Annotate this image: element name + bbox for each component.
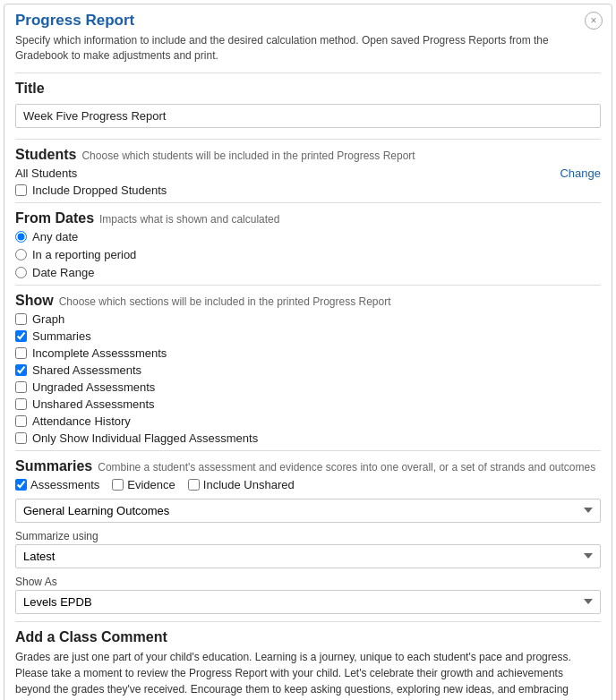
radio-date-range: Date Range (15, 266, 601, 279)
from-dates-header: From Dates (15, 210, 94, 226)
show-section-header: Show (15, 293, 54, 309)
divider-class-comment (15, 621, 601, 622)
summarize-using-label: Summarize using (15, 530, 601, 542)
radio-date-range-input[interactable] (15, 267, 27, 278)
show-as-select[interactable]: Levels EPDB Percentage Score Letter Grad… (15, 590, 601, 614)
show-summaries-checkbox[interactable] (15, 330, 27, 342)
radio-any-date-label[interactable]: Any date (32, 230, 78, 243)
assessments-checkbox[interactable] (15, 479, 27, 491)
radio-any-date: Any date (15, 230, 601, 243)
students-section-header: Students (15, 147, 76, 163)
show-shared-row: Shared Assessments (15, 363, 601, 377)
show-ungraded-checkbox[interactable] (15, 381, 27, 393)
class-comment-section-header: Add a Class Comment (15, 629, 601, 645)
show-shared-label[interactable]: Shared Assessments (32, 363, 141, 377)
assessments-check-label[interactable]: Assessments (15, 478, 99, 491)
students-row: All Students Change (15, 166, 601, 180)
divider-show (15, 285, 601, 286)
show-unshared-label[interactable]: Unshared Assessments (32, 397, 155, 411)
show-graph-label[interactable]: Graph (32, 312, 64, 326)
show-incomplete-checkbox[interactable] (15, 347, 27, 359)
include-unshared-check-label[interactable]: Include Unshared (188, 478, 295, 491)
include-dropped-label[interactable]: Include Dropped Students (32, 184, 167, 197)
radio-reporting-period-input[interactable] (15, 249, 27, 260)
general-learning-outcomes-select[interactable]: General Learning Outcomes Strands Outcom… (15, 499, 601, 523)
show-subtext: Choose which sections will be included i… (59, 295, 391, 308)
show-unshared-row: Unshared Assessments (15, 397, 601, 411)
from-dates-subtext: Impacts what is shown and calculated (99, 213, 279, 226)
change-link[interactable]: Change (560, 166, 601, 180)
progress-report-panel: × Progress Report Specify which informat… (4, 4, 612, 700)
include-unshared-label: Include Unshared (203, 478, 295, 491)
divider-summaries (15, 450, 601, 451)
radio-reporting-period-label[interactable]: In a reporting period (32, 248, 136, 261)
class-comment-text: Grades are just one part of your child's… (15, 649, 601, 700)
page-title: Progress Report (15, 12, 601, 30)
show-flagged-label[interactable]: Only Show Individual Flagged Assessments (32, 431, 258, 445)
close-icon: × (590, 14, 596, 27)
show-shared-checkbox[interactable] (15, 364, 27, 376)
summaries-section-header: Summaries (15, 458, 92, 474)
divider-from-dates (15, 202, 601, 203)
show-incomplete-label[interactable]: Incomplete Assesssments (32, 346, 167, 360)
radio-date-range-label[interactable]: Date Range (32, 266, 94, 279)
close-button[interactable]: × (585, 12, 603, 30)
radio-reporting-period: In a reporting period (15, 248, 601, 261)
show-as-label: Show As (15, 576, 601, 588)
show-incomplete-row: Incomplete Assesssments (15, 346, 601, 360)
divider-students (15, 139, 601, 140)
show-attendance-checkbox[interactable] (15, 415, 27, 427)
show-ungraded-row: Ungraded Assessments (15, 380, 601, 394)
radio-any-date-input[interactable] (15, 231, 27, 243)
show-graph-row: Graph (15, 312, 601, 326)
show-summaries-row: Summaries (15, 329, 601, 343)
show-summaries-label[interactable]: Summaries (32, 329, 91, 343)
title-input[interactable] (15, 104, 601, 128)
evidence-label: Evidence (127, 478, 175, 491)
include-unshared-checkbox[interactable] (188, 479, 200, 491)
divider-top (15, 73, 601, 73)
summaries-subtext: Combine a student's assessment and evide… (98, 461, 595, 474)
evidence-check-label[interactable]: Evidence (112, 478, 175, 491)
show-graph-checkbox[interactable] (15, 313, 27, 325)
include-dropped-row: Include Dropped Students (15, 184, 601, 197)
show-flagged-row: Only Show Individual Flagged Assessments (15, 431, 601, 445)
show-attendance-row: Attendance History (15, 414, 601, 428)
students-value: All Students (15, 166, 77, 180)
show-attendance-label[interactable]: Attendance History (32, 414, 131, 428)
summaries-inline-checkboxes: Assessments Evidence Include Unshared (15, 478, 601, 491)
assessments-label: Assessments (30, 478, 99, 491)
evidence-checkbox[interactable] (112, 479, 124, 491)
students-subtext: Choose which students will be included i… (81, 149, 415, 162)
show-unshared-checkbox[interactable] (15, 398, 27, 410)
show-ungraded-label[interactable]: Ungraded Assessments (32, 380, 155, 394)
title-section-header: Title (15, 81, 601, 97)
summarize-using-select[interactable]: Latest Average Mode Median Highest Lowes… (15, 544, 601, 568)
include-dropped-checkbox[interactable] (15, 184, 27, 196)
show-flagged-checkbox[interactable] (15, 432, 27, 444)
page-subtitle: Specify which information to include and… (15, 33, 601, 64)
